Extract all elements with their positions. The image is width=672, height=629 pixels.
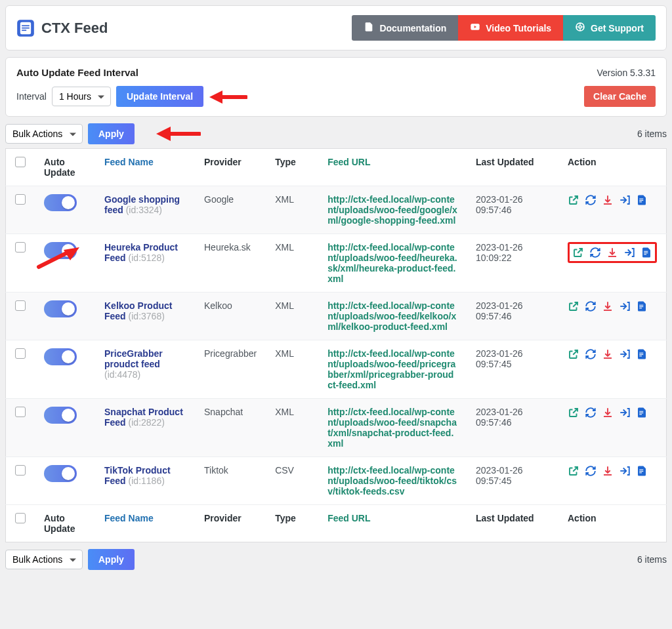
updated-cell: 2023-01-26 09:57:46 (467, 186, 558, 234)
feeds-table: Auto Update Feed Name Provider Type Feed… (5, 148, 667, 542)
view-icon[interactable] (568, 348, 579, 360)
auto-update-toggle[interactable] (44, 348, 77, 365)
view-icon[interactable] (568, 300, 579, 312)
provider-cell: Kelkoo (195, 293, 266, 340)
provider-cell: Tiktok (195, 457, 266, 505)
svg-rect-10 (639, 201, 642, 202)
regenerate-icon[interactable] (585, 348, 597, 360)
column-type: Type (266, 149, 318, 186)
feed-url-link[interactable]: http://ctx-feed.local/wp-content/uploads… (327, 300, 456, 332)
svg-rect-19 (639, 355, 642, 356)
column-feed-name[interactable]: Feed Name (104, 157, 154, 167)
auto-update-toggle[interactable] (44, 242, 77, 259)
column-feed-url-foot: Feed URL (327, 513, 370, 523)
settings-title: Auto Update Feed Interval (16, 67, 138, 78)
regenerate-icon[interactable] (589, 247, 601, 258)
item-count-bottom: 6 items (637, 554, 667, 565)
svg-rect-18 (639, 354, 643, 355)
export-icon[interactable] (619, 348, 631, 360)
type-cell: XML (266, 340, 318, 399)
updated-cell: 2023-01-26 09:57:45 (467, 340, 558, 399)
export-icon[interactable] (619, 300, 631, 312)
update-interval-button[interactable]: Update Interval (116, 86, 203, 107)
version-text: Version 5.3.31 (597, 68, 656, 78)
feed-url-link[interactable]: http://ctx-feed.local/wp-content/uploads… (327, 242, 457, 284)
svg-rect-13 (644, 254, 646, 254)
bulk-actions-select-bottom[interactable]: Bulk Actions (5, 550, 83, 569)
table-row: Heureka Product Feed (id:5128)Heureka.sk… (6, 234, 667, 293)
auto-update-toggle[interactable] (44, 194, 77, 211)
feed-id: (id:2822) (129, 417, 165, 428)
table-row: Google shopping feed (id:3324)GoogleXMLh… (6, 186, 667, 234)
type-cell: XML (266, 399, 318, 457)
auto-update-toggle[interactable] (44, 300, 77, 317)
row-checkbox[interactable] (15, 242, 26, 253)
clear-cache-button[interactable]: Clear Cache (584, 86, 656, 107)
regenerate-icon[interactable] (585, 194, 597, 206)
apply-button-top[interactable]: Apply (88, 123, 135, 144)
row-checkbox[interactable] (15, 194, 26, 205)
support-icon (575, 22, 585, 34)
row-checkbox[interactable] (15, 407, 26, 417)
regenerate-icon[interactable] (585, 465, 597, 477)
get-support-button[interactable]: Get Support (563, 15, 656, 41)
svg-rect-22 (639, 414, 642, 415)
column-feed-name-foot[interactable]: Feed Name (104, 513, 154, 523)
view-icon[interactable] (568, 407, 579, 418)
feed-id: (id:5128) (129, 253, 165, 263)
view-icon[interactable] (572, 247, 584, 258)
export-icon[interactable] (619, 407, 631, 418)
row-checkbox[interactable] (15, 348, 26, 359)
auto-update-toggle[interactable] (44, 465, 77, 482)
export-icon[interactable] (619, 465, 631, 477)
log-icon[interactable] (636, 407, 648, 418)
download-icon[interactable] (602, 407, 614, 418)
feed-url-link[interactable]: http://ctx-feed.local/wp-content/uploads… (327, 465, 457, 497)
download-icon[interactable] (606, 247, 618, 258)
column-auto-update-foot: Auto Update (35, 505, 95, 542)
download-icon[interactable] (602, 348, 614, 360)
app-icon (16, 19, 35, 37)
view-icon[interactable] (568, 465, 579, 477)
apply-button-bottom[interactable]: Apply (88, 549, 135, 570)
documentation-label: Documentation (379, 23, 446, 33)
interval-select[interactable]: 1 Hours (52, 87, 111, 106)
interval-label: Interval (16, 91, 47, 102)
select-all-checkbox[interactable] (15, 157, 26, 167)
export-icon[interactable] (623, 247, 635, 258)
svg-rect-15 (639, 306, 643, 307)
feed-url-link[interactable]: http://ctx-feed.local/wp-content/uploads… (327, 407, 457, 449)
view-icon[interactable] (568, 194, 579, 206)
download-icon[interactable] (602, 465, 614, 477)
select-all-checkbox-bottom[interactable] (15, 513, 26, 523)
row-checkbox[interactable] (15, 300, 26, 311)
documentation-button[interactable]: Documentation (352, 15, 458, 41)
download-icon[interactable] (602, 194, 614, 206)
feed-name-link[interactable]: PriceGrabber proudct feed (104, 348, 163, 369)
column-action: Action (558, 149, 667, 186)
log-icon[interactable] (636, 194, 648, 206)
video-tutorials-button[interactable]: Video Tutorials (458, 15, 563, 41)
svg-rect-8 (639, 199, 643, 199)
log-icon[interactable] (636, 300, 648, 312)
column-action-foot: Action (558, 505, 667, 542)
type-cell: XML (266, 234, 318, 293)
feed-url-link[interactable]: http://ctx-feed.local/wp-content/uploads… (327, 348, 455, 390)
column-last-updated-foot: Last Updated (467, 505, 558, 542)
updated-cell: 2023-01-26 09:57:45 (467, 457, 558, 505)
bulk-actions-select[interactable]: Bulk Actions (5, 124, 83, 144)
log-icon[interactable] (636, 348, 648, 360)
column-auto-update: Auto Update (35, 149, 95, 186)
log-icon[interactable] (640, 247, 652, 258)
svg-rect-23 (639, 470, 643, 470)
log-icon[interactable] (636, 465, 648, 477)
table-row: PriceGrabber proudct feed (id:4478)Price… (6, 340, 667, 399)
export-icon[interactable] (619, 194, 631, 206)
auto-update-toggle[interactable] (44, 407, 77, 424)
regenerate-icon[interactable] (585, 300, 597, 312)
download-icon[interactable] (602, 300, 614, 312)
provider-cell: Google (195, 186, 266, 234)
row-checkbox[interactable] (15, 465, 26, 476)
feed-url-link[interactable]: http://ctx-feed.local/wp-content/uploads… (327, 194, 457, 226)
regenerate-icon[interactable] (585, 407, 597, 418)
